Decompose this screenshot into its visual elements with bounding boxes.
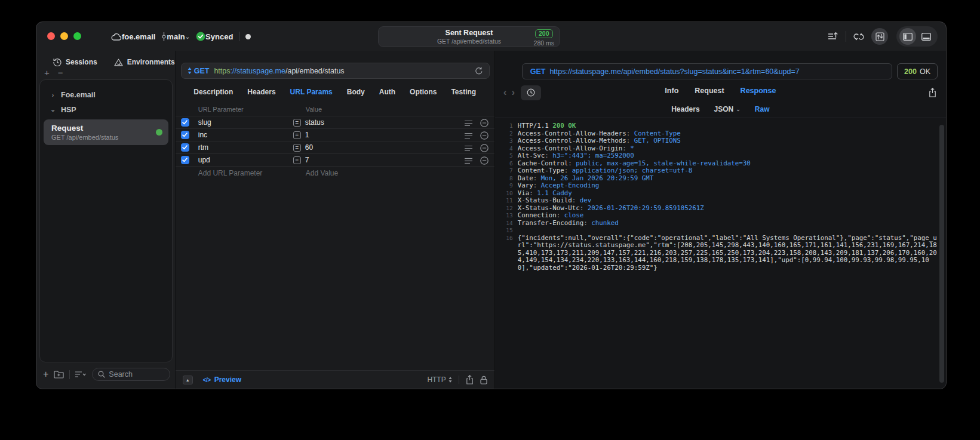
param-enabled-checkbox[interactable]: [181, 118, 189, 127]
branch-name[interactable]: main: [167, 32, 185, 41]
sidebar: Sessions Environments + − › Foe.email: [36, 51, 175, 389]
param-options-icon[interactable]: [465, 120, 472, 127]
tab-environments[interactable]: Environments: [114, 58, 175, 66]
param-value-field[interactable]: status: [305, 118, 324, 127]
lock-icon[interactable]: [480, 376, 487, 384]
method-stepper-icon[interactable]: [188, 67, 192, 74]
request-list-item-selected[interactable]: Request GET /api/embed/status: [44, 119, 168, 145]
param-enabled-checkbox[interactable]: [181, 143, 189, 152]
tab-sessions[interactable]: Sessions: [53, 58, 97, 66]
tab-response[interactable]: Response: [741, 87, 776, 95]
tab-description[interactable]: Description: [193, 88, 233, 96]
response-status-code: 200: [904, 67, 917, 76]
line-number: 1: [495, 122, 518, 130]
tab-request[interactable]: Request: [695, 87, 724, 95]
toggle-sidebar-button[interactable]: [899, 28, 916, 45]
sent-url-box[interactable]: GET https://statuspage.me/api/embed/stat…: [522, 63, 892, 79]
sort-list-icon[interactable]: [828, 32, 839, 41]
import-export-button[interactable]: [871, 28, 888, 45]
search-placeholder: Search: [109, 370, 133, 379]
preview-button[interactable]: </> Preview: [203, 376, 241, 384]
line-number: 9: [495, 182, 518, 190]
tree-item-hsp[interactable]: ⌄ HSP: [40, 102, 172, 117]
minimize-window-button[interactable]: [60, 32, 68, 40]
tree-item-foe-email[interactable]: › Foe.email: [40, 87, 172, 102]
add-value-field[interactable]: Add Value: [306, 169, 339, 177]
history-clock-icon: [53, 58, 62, 66]
response-raw-view[interactable]: 1HTTP/1.1 200 OK2Access-Control-Allow-He…: [495, 118, 946, 389]
remove-session-button[interactable]: −: [58, 69, 63, 78]
view-tab-json[interactable]: JSON⌄: [714, 105, 741, 113]
tab-body[interactable]: Body: [347, 88, 365, 96]
protocol-selector[interactable]: HTTP: [427, 376, 451, 384]
sort-options-icon[interactable]: [75, 371, 87, 378]
param-value-field[interactable]: 7: [305, 156, 309, 164]
param-options-icon[interactable]: [465, 158, 472, 164]
flow-loops-icon[interactable]: [853, 32, 865, 41]
branch-chevron-icon[interactable]: ⌄: [185, 33, 190, 40]
add-session-button[interactable]: +: [44, 69, 50, 78]
collapse-panel-button[interactable]: ▲: [183, 376, 193, 384]
titlebar: foe.email main ⌄ Synced Sent Request GET…: [36, 22, 946, 51]
equals-icon: =: [293, 144, 301, 152]
param-enabled-checkbox[interactable]: [181, 156, 189, 164]
param-value-field[interactable]: 60: [305, 143, 313, 152]
param-row: upd=7: [176, 153, 494, 167]
add-request-button[interactable]: +: [43, 370, 48, 379]
response-history-button[interactable]: [521, 85, 541, 100]
add-folder-icon[interactable]: [54, 370, 64, 379]
param-options-icon[interactable]: [465, 133, 472, 139]
url-host: ://statuspage.me: [231, 67, 285, 75]
param-value-field[interactable]: 1: [305, 131, 309, 139]
response-status-text: OK: [920, 67, 930, 76]
project-name[interactable]: foe.email: [122, 32, 155, 41]
request-url-bar[interactable]: GET https://statuspage.me/api/embed/stat…: [181, 63, 490, 79]
param-name-field[interactable]: upd: [198, 156, 210, 164]
tab-options[interactable]: Options: [410, 88, 437, 96]
scrollbar[interactable]: [939, 125, 944, 383]
chevron-down-icon[interactable]: ⌄: [50, 106, 56, 113]
param-remove-icon[interactable]: [480, 156, 489, 165]
param-name-field[interactable]: slug: [198, 118, 211, 127]
add-url-parameter-field[interactable]: Add URL Parameter: [198, 169, 263, 177]
request-url[interactable]: https://statuspage.me/api/embed/status: [214, 67, 344, 75]
param-enabled-checkbox[interactable]: [181, 131, 189, 139]
view-tab-raw[interactable]: Raw: [755, 105, 770, 113]
tab-auth[interactable]: Auth: [379, 88, 395, 96]
response-status-box: 200 OK: [897, 63, 938, 79]
code-line: 14Transfer-Encoding: chunked: [495, 220, 938, 227]
param-name-field[interactable]: rtm: [198, 143, 208, 152]
request-tabs: DescriptionHeadersURL ParamsBodyAuthOpti…: [176, 88, 494, 96]
request-method[interactable]: GET: [194, 67, 210, 75]
request-item-title: Request: [51, 124, 118, 133]
param-remove-icon[interactable]: [480, 119, 489, 127]
tab-testing[interactable]: Testing: [451, 88, 476, 96]
sessions-tree-panel: › Foe.email ⌄ HSP Request GET /api/embed…: [39, 79, 173, 362]
request-status-pill[interactable]: Sent Request GET /api/embed/status 200 2…: [378, 26, 560, 47]
response-top-row: GET https://statuspage.me/api/embed/stat…: [495, 51, 946, 79]
close-window-button[interactable]: [47, 32, 55, 40]
sidebar-search-input[interactable]: Search: [92, 368, 170, 381]
share-icon[interactable]: [466, 375, 474, 384]
param-remove-icon[interactable]: [480, 144, 489, 152]
tab-info[interactable]: Info: [665, 87, 678, 95]
param-remove-icon[interactable]: [480, 131, 489, 140]
export-response-icon[interactable]: [929, 88, 936, 97]
tab-url-params[interactable]: URL Params: [290, 88, 333, 96]
chevron-right-icon[interactable]: ›: [50, 91, 56, 99]
response-tabs: InfoRequestResponse: [665, 87, 776, 95]
resend-request-icon[interactable]: [475, 66, 483, 75]
sent-request-subtitle: GET /api/embed/status: [437, 38, 501, 45]
zoom-window-button[interactable]: [73, 32, 81, 40]
nav-forward-icon[interactable]: ›: [509, 87, 517, 99]
code-line: 15: [495, 227, 938, 235]
param-options-icon[interactable]: [465, 145, 472, 152]
view-tab-headers[interactable]: Headers: [671, 105, 699, 113]
line-number: 8: [495, 175, 518, 183]
session-dot-icon[interactable]: [245, 34, 251, 39]
protocol-stepper-icon: [448, 377, 452, 383]
tab-headers[interactable]: Headers: [247, 88, 275, 96]
param-name-field[interactable]: inc: [198, 131, 207, 139]
toggle-bottom-panel-button[interactable]: [918, 28, 935, 45]
nav-back-icon[interactable]: ‹: [501, 87, 509, 99]
